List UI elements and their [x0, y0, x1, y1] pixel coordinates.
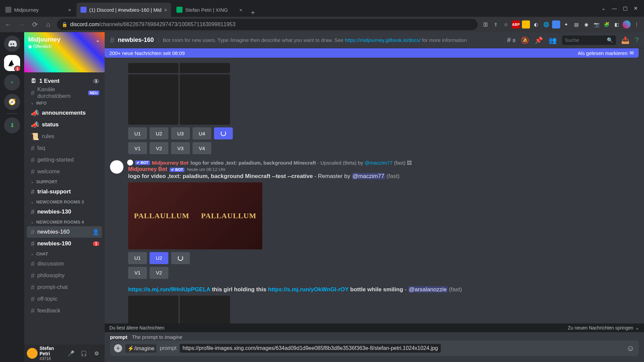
author-name[interactable]: Midjourney Bot	[128, 166, 167, 172]
server-header[interactable]: Midjourney ◉ Öffentlich ⌄	[24, 32, 105, 72]
category-newcomer-4[interactable]: ⌄NEWCOMER ROOMS 4	[27, 218, 102, 226]
pins-icon[interactable]: 📌	[535, 36, 543, 44]
category-support[interactable]: ⌄SUPPORT	[27, 178, 102, 186]
ext-blue-icon[interactable]	[552, 20, 560, 28]
channel-prompt-chat[interactable]: #prompt-chat	[27, 282, 102, 293]
tab-1[interactable]: (1) Discord | #newbies-160 | Mid ×	[76, 3, 171, 17]
mention[interactable]: @arsalanozzie	[408, 286, 447, 293]
chevron-down-icon[interactable]: ⌄	[96, 37, 100, 43]
add-server-button[interactable]: +	[4, 74, 20, 90]
channel-newbies-190[interactable]: #newbies-1901	[27, 238, 102, 249]
user-info[interactable]: Stefan Petri #3718	[40, 346, 64, 361]
author-avatar[interactable]	[110, 160, 123, 174]
reply-reference[interactable]: ┌─ ✔ BOT Midjourney Bot logo for video ,…	[118, 160, 639, 166]
explore-button[interactable]: 🧭	[4, 94, 20, 110]
emoji-picker-icon[interactable]: ☺	[626, 344, 635, 353]
topic-link[interactable]: https://midjourney.gitbook.io/docs/	[345, 37, 421, 43]
server-midjourney[interactable]: 1	[4, 55, 20, 71]
abp-icon[interactable]: ABP	[512, 20, 520, 28]
close-icon[interactable]: ×	[164, 7, 167, 13]
channel-newbies-130[interactable]: #newbies-130	[27, 206, 102, 218]
new-messages-bar[interactable]: 200+ neue Nachrichten seit 08:09 Als gel…	[105, 48, 639, 58]
ext-icon[interactable]: ◉	[582, 20, 590, 28]
chevron-down-icon[interactable]: ⌄	[601, 5, 606, 11]
channel-feedback[interactable]: #feedback	[27, 305, 102, 316]
close-icon[interactable]: ×	[239, 7, 242, 13]
image-cell[interactable]	[180, 74, 230, 125]
puzzle-icon[interactable]: 🧩	[602, 20, 610, 28]
v1-button[interactable]: V1	[128, 267, 147, 279]
sidepanel-icon[interactable]: ◧	[612, 20, 621, 28]
category-chat[interactable]: ⌄CHAT	[27, 250, 102, 258]
channel-announcements[interactable]: 📣announcements	[27, 107, 102, 119]
key-icon[interactable]: ⚿	[482, 20, 490, 28]
members-icon[interactable]: 👥	[548, 36, 557, 44]
channel-rules[interactable]: 📜rules	[27, 131, 102, 142]
link[interactable]: https://s.mj.run/yOkWnGl-rOY	[268, 286, 349, 293]
browse-channels[interactable]: # Kanäle durchstöbern NEU	[27, 87, 102, 99]
minimize-icon[interactable]: —	[612, 5, 617, 11]
u4-button[interactable]: U4	[193, 127, 211, 139]
address-bar[interactable]: 🔒 discord.com /channels/6622679769842974…	[57, 19, 478, 30]
ext-yellow-icon[interactable]	[522, 20, 530, 28]
u2-button[interactable]: U2	[150, 252, 168, 264]
channel-off-topic[interactable]: #off-topic	[27, 293, 102, 305]
new-tab-button[interactable]: +	[246, 9, 260, 17]
image-cell[interactable]	[128, 296, 178, 323]
user-avatar[interactable]	[27, 348, 38, 359]
tab-2[interactable]: Stefan Petri | XING ×	[172, 3, 246, 17]
channel-status[interactable]: 📣status	[27, 119, 102, 130]
attach-button[interactable]: +	[114, 344, 122, 352]
reload-button[interactable]: ⟳	[30, 20, 40, 29]
refresh-button[interactable]	[171, 252, 190, 264]
refresh-button[interactable]	[214, 127, 233, 139]
menu-icon[interactable]: ⋮	[633, 20, 641, 28]
inbox-icon[interactable]: 📥	[621, 36, 630, 44]
link[interactable]: https://s.mj.run/9HnlUpPGELA	[128, 286, 210, 293]
image-attachment[interactable]: PALLAULLUM PALLAULLUM	[128, 182, 262, 249]
message-input[interactable]: + ⚡/imagine prompt https://profile-image…	[110, 341, 639, 356]
close-window-icon[interactable]: ✕	[634, 5, 638, 11]
back-button[interactable]: ←	[3, 20, 13, 29]
jump-button[interactable]: Zu neuen Nachrichten springen ⌄	[568, 325, 639, 330]
mention[interactable]: @maczim77	[352, 173, 385, 179]
download-button[interactable]: ⬇	[4, 117, 20, 133]
profile-avatar[interactable]	[623, 20, 631, 28]
help-icon[interactable]: ?	[635, 36, 639, 44]
u2-button[interactable]: U2	[150, 127, 168, 139]
tab-0[interactable]: Midjourney ×	[1, 3, 75, 17]
image-grid[interactable]	[128, 296, 230, 323]
forward-button[interactable]: →	[17, 20, 26, 29]
category-info[interactable]: ⌄INFO	[27, 99, 102, 107]
mute-mic-icon[interactable]: 🎤	[66, 348, 76, 359]
v4-button[interactable]: V4	[193, 142, 211, 154]
u1-button[interactable]: U1	[128, 252, 147, 264]
home-button[interactable]: ⌂	[44, 20, 53, 29]
ext-icon[interactable]: ✦	[562, 20, 570, 28]
ext-icon[interactable]: ▤	[572, 20, 580, 28]
ext-icon[interactable]: ◐	[532, 20, 540, 28]
channel-philosophy[interactable]: #philosophy	[27, 270, 102, 281]
v2-button[interactable]: V2	[150, 142, 168, 154]
dm-button[interactable]	[4, 36, 20, 52]
threads-icon[interactable]: # 8	[507, 36, 516, 44]
channel-faq[interactable]: #faq	[27, 142, 102, 154]
image-cell[interactable]	[180, 296, 230, 323]
channel-welcome[interactable]: #welcome	[27, 166, 102, 177]
image-cell[interactable]	[128, 63, 178, 73]
category-newcomer-3[interactable]: ⌄NEWCOMER ROOMS 3	[27, 198, 102, 206]
deafen-icon[interactable]: 🎧	[78, 348, 89, 359]
older-messages-bar[interactable]: Du liest ältere Nachrichten Zu neuen Nac…	[105, 323, 644, 332]
maximize-icon[interactable]: ▢	[623, 5, 628, 11]
star-icon[interactable]: ☆	[502, 20, 510, 28]
share-icon[interactable]: ⇪	[492, 20, 500, 28]
message-scroll[interactable]: U1 U2 U3 U4 V1 V2 V3 V4 ┌─ ✔ BOT	[105, 58, 644, 323]
image-cell[interactable]	[180, 63, 230, 73]
channel-discussion[interactable]: #discussion	[27, 258, 102, 269]
settings-icon[interactable]: ⚙	[91, 348, 102, 359]
channel-trial-support[interactable]: #trial-support	[27, 186, 102, 197]
v1-button[interactable]: V1	[128, 142, 147, 154]
mark-read-button[interactable]: Als gelesen markieren ✉	[578, 50, 634, 56]
globe-icon[interactable]: 🌐	[542, 20, 550, 28]
invite-icon[interactable]: 👤	[92, 229, 99, 236]
